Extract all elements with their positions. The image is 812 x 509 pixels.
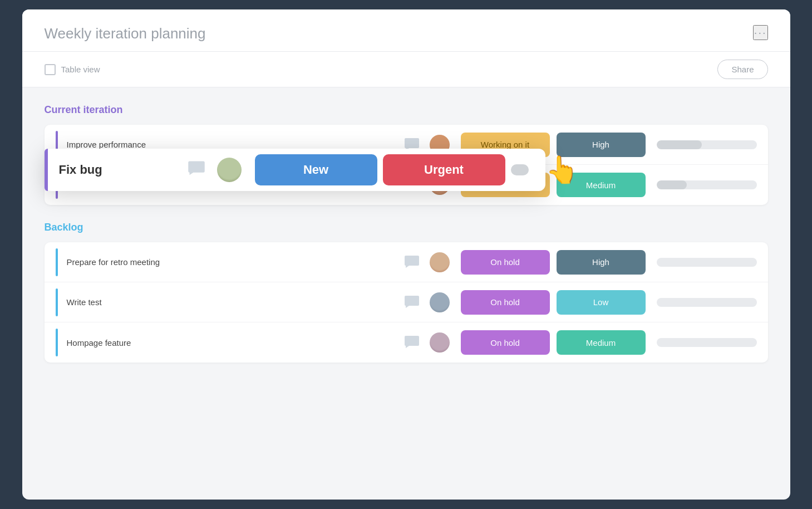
progress-bar-container (657, 258, 757, 267)
table-row: Hompage feature On hold Medium (45, 322, 768, 363)
status-badge[interactable]: On hold (461, 290, 550, 315)
cursor-hand-icon: 👆 (545, 154, 579, 185)
content-area: Current iteration Improve performance Wo… (22, 87, 790, 500)
table-view-icon (45, 64, 56, 75)
chat-icon[interactable] (403, 293, 421, 311)
priority-badge[interactable]: High (557, 133, 646, 157)
backlog-section: Backlog Prepare for retro meeting On hol… (45, 222, 768, 363)
card-avatar (217, 158, 242, 182)
table-row: Prepare for retro meeting On hold High (45, 242, 768, 282)
priority-badge[interactable]: High (557, 250, 646, 275)
task-name: Write test (67, 297, 403, 307)
share-button[interactable]: Share (717, 60, 767, 79)
avatar (430, 332, 450, 353)
backlog-table: Prepare for retro meeting On hold High (45, 242, 768, 363)
main-container: Weekly iteration planning ··· Table view… (22, 9, 790, 500)
progress-bar-container (657, 298, 757, 307)
card-status-new[interactable]: New (255, 154, 377, 185)
page-title: Weekly iteration planning (45, 25, 206, 42)
row-indicator (56, 329, 58, 356)
floating-card: Fix bug New Urgent 👆 (45, 149, 545, 191)
card-chat-icon[interactable] (187, 160, 206, 180)
table-view-button[interactable]: Table view (45, 64, 100, 75)
current-iteration-title: Current iteration (45, 104, 768, 116)
row-indicator (56, 248, 58, 276)
card-left-accent (45, 149, 48, 191)
content-wrapper: Current iteration Improve performance Wo… (45, 104, 768, 363)
priority-badge[interactable]: Low (557, 290, 646, 315)
card-task-name: Fix bug (59, 163, 170, 177)
card-progress-bar (511, 164, 529, 175)
task-name: Prepare for retro meeting (67, 257, 403, 267)
table-row: Write test On hold Low (45, 282, 768, 322)
task-name: Hompage feature (67, 338, 403, 348)
more-options-button[interactable]: ··· (753, 25, 768, 40)
table-view-label: Table view (61, 65, 100, 74)
page-header: Weekly iteration planning ··· (22, 9, 790, 52)
progress-bar-container (657, 180, 757, 189)
toolbar: Table view Share (22, 52, 790, 87)
chat-icon[interactable] (403, 253, 421, 271)
progress-bar-container (657, 338, 757, 347)
status-badge[interactable]: On hold (461, 250, 550, 275)
task-name: Improve performance (67, 140, 403, 149)
progress-bar-container (657, 140, 757, 149)
row-indicator (56, 288, 58, 316)
chat-icon[interactable] (403, 334, 421, 351)
avatar (430, 292, 450, 312)
avatar (430, 252, 450, 272)
priority-badge[interactable]: Medium (557, 330, 646, 355)
progress-bar-fill (657, 140, 702, 149)
backlog-title: Backlog (45, 222, 768, 233)
progress-bar-fill (657, 180, 687, 189)
status-badge[interactable]: On hold (461, 330, 550, 355)
card-status-urgent[interactable]: Urgent (383, 154, 505, 185)
